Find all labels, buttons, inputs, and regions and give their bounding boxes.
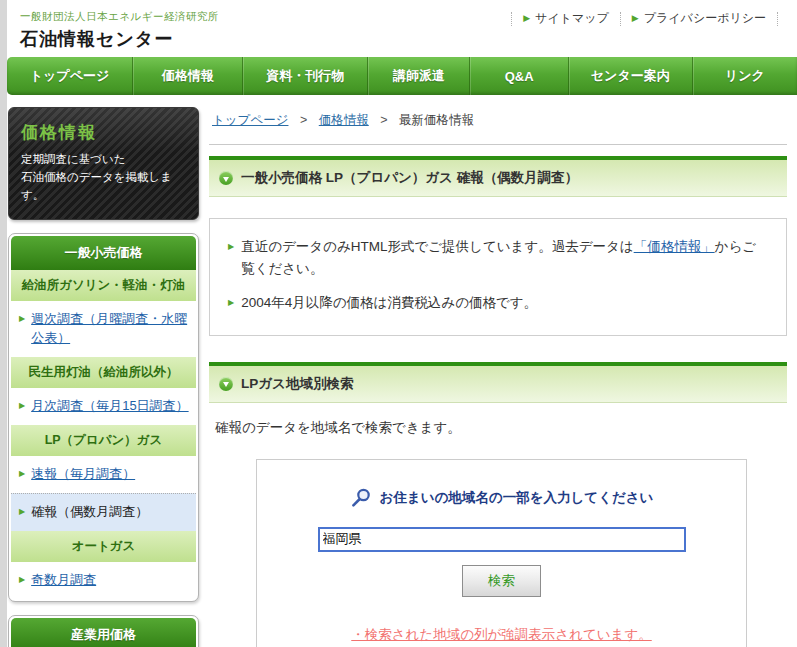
sidebar-item-weekly-survey[interactable]: ▶ 週次調査（月曜調査・水曜公表） bbox=[11, 301, 196, 357]
body-wrap: 価格情報 定期調査に基づいた 石油価格のデータを掲載します。 一般小売価格 給油… bbox=[7, 95, 797, 647]
notice-box: ▶ 直近のデータのみHTML形式でご提供しています。過去データは「価格情報」から… bbox=[209, 218, 787, 336]
sidebar-item-label: 確報（偶数月調査） bbox=[31, 503, 148, 522]
breadcrumb-current-page: 最新価格情報 bbox=[399, 113, 474, 127]
sidebar-item-label: 奇数月調査 bbox=[31, 571, 96, 590]
breadcrumb-top-page[interactable]: トップページ bbox=[212, 113, 288, 127]
search-highlight-note: ・検索された地域の列が強調表示されています。 bbox=[257, 626, 746, 644]
triangle-bullet-icon: ▶ bbox=[228, 243, 234, 279]
main-navigation: トップページ 価格情報 資料・刊行物 講師派遣 Q&A センター案内 リンク bbox=[7, 57, 797, 95]
search-button[interactable]: 検索 bbox=[462, 565, 541, 597]
notice-item: ▶ 2004年4月以降の価格は消費税込みの価格です。 bbox=[228, 292, 768, 314]
triangle-bullet-icon: ▶ bbox=[19, 576, 25, 584]
nav-item-top-page[interactable]: トップページ bbox=[7, 57, 133, 95]
utility-links: ▶ サイトマップ ▶ プライバシーポリシー bbox=[500, 10, 789, 27]
menu-title-retail: 一般小売価格 bbox=[11, 236, 196, 270]
breadcrumb-price-info[interactable]: 価格情報 bbox=[319, 113, 369, 127]
sidebar-item-odd-month-survey[interactable]: ▶ 奇数月調査 bbox=[11, 562, 196, 599]
nav-item-price-info[interactable]: 価格情報 bbox=[133, 57, 243, 95]
sidebar-menu-retail-prices: 一般小売価格 給油所ガソリン・軽油・灯油 ▶ 週次調査（月曜調査・水曜公表） 民… bbox=[8, 233, 199, 601]
region-search-input[interactable] bbox=[318, 527, 686, 552]
sidebar-menu-industrial-prices: 産業用価格 軽油 ▶ 月次調査 bbox=[8, 615, 199, 647]
triangle-bullet-icon: ▶ bbox=[19, 470, 25, 478]
subhead-station-fuels: 給油所ガソリン・軽油・灯油 bbox=[11, 270, 196, 301]
section-title: 一般小売価格 LP（プロパン）ガス 確報（偶数月調査） bbox=[241, 169, 578, 187]
banner-title: 価格情報 bbox=[21, 121, 186, 144]
nav-item-links[interactable]: リンク bbox=[693, 57, 797, 95]
banner-description: 定期調査に基づいた 石油価格のデータを掲載します。 bbox=[21, 151, 186, 204]
breadcrumb-separator: > bbox=[300, 113, 307, 127]
nav-item-center-guide[interactable]: センター案内 bbox=[569, 57, 693, 95]
dotted-divider bbox=[620, 12, 621, 26]
sidebar-item-label: 月次調査（毎月15日調査） bbox=[31, 397, 188, 416]
sidebar-item-confirmed-report-current[interactable]: ▶ 確報（偶数月調査） bbox=[11, 493, 196, 531]
notice-item: ▶ 直近のデータのみHTML形式でご提供しています。過去データは「価格情報」から… bbox=[228, 236, 768, 279]
sidebar-item-label: 速報（毎月調査） bbox=[31, 465, 135, 484]
section-header-region-search: LPガス地域別検索 bbox=[209, 362, 787, 403]
triangle-bullet-icon: ▶ bbox=[228, 299, 234, 314]
sitemap-link[interactable]: ▶ サイトマップ bbox=[523, 10, 609, 27]
sidebar: 価格情報 定期調査に基づいた 石油価格のデータを掲載します。 一般小売価格 給油… bbox=[8, 107, 199, 647]
section-bullet-icon bbox=[219, 377, 233, 391]
privacy-policy-link-label: プライバシーポリシー bbox=[644, 10, 766, 27]
notice-text: 直近のデータのみHTML形式でご提供しています。過去データは「価格情報」からご覧… bbox=[241, 236, 768, 279]
subhead-lp-gas: LP（プロパン）ガス bbox=[11, 425, 196, 456]
triangle-bullet-icon: ▶ bbox=[19, 315, 25, 323]
sidebar-item-label: 週次調査（月曜調査・水曜公表） bbox=[31, 310, 190, 348]
search-intro-text: 確報のデータを地域名で検索できます。 bbox=[215, 419, 787, 437]
section-header-general-retail: 一般小売価格 LP（プロパン）ガス 確報（偶数月調査） bbox=[209, 156, 787, 197]
nav-item-qa[interactable]: Q&A bbox=[470, 57, 568, 95]
menu-title-industrial: 産業用価格 bbox=[11, 618, 196, 647]
sidebar-item-flash-report[interactable]: ▶ 速報（毎月調査） bbox=[11, 456, 196, 493]
subhead-autogas: オートガス bbox=[11, 531, 196, 562]
subhead-household-kerosene: 民生用灯油（給油所以外） bbox=[11, 357, 196, 388]
page-viewport: 一般財団法人日本エネルギー経済研究所 石油情報センター ▶ サイトマップ ▶ プ… bbox=[0, 0, 797, 647]
nav-item-lecturer-dispatch[interactable]: 講師派遣 bbox=[368, 57, 470, 95]
privacy-policy-link[interactable]: ▶ プライバシーポリシー bbox=[632, 10, 766, 27]
arrow-right-icon: ▶ bbox=[523, 14, 530, 23]
dotted-divider bbox=[511, 12, 512, 26]
main-content: トップページ > 価格情報 > 最新価格情報 一般小売価格 LP（プロパン）ガス… bbox=[209, 95, 787, 647]
site-title: 石油情報センター bbox=[20, 27, 797, 51]
nav-item-publications[interactable]: 資料・刊行物 bbox=[243, 57, 368, 95]
breadcrumb-separator: > bbox=[380, 113, 387, 127]
search-prompt: お住まいの地域名の一部を入力してください bbox=[257, 487, 746, 509]
price-info-banner: 価格情報 定期調査に基づいた 石油価格のデータを掲載します。 bbox=[8, 107, 199, 220]
triangle-bullet-icon: ▶ bbox=[19, 402, 25, 410]
sidebar-item-monthly-survey-kerosene[interactable]: ▶ 月次調査（毎月15日調査） bbox=[11, 388, 196, 425]
region-search-panel: お住まいの地域名の一部を入力してください 検索 ・検索された地域の列が強調表示さ… bbox=[256, 459, 747, 647]
search-prompt-label: お住まいの地域名の一部を入力してください bbox=[380, 489, 654, 507]
arrow-right-icon: ▶ bbox=[632, 14, 639, 23]
notice-text: 2004年4月以降の価格は消費税込みの価格です。 bbox=[241, 292, 537, 314]
section-bullet-icon bbox=[219, 171, 233, 185]
dotted-divider bbox=[777, 12, 778, 26]
magnifier-icon bbox=[350, 487, 372, 509]
price-info-inline-link[interactable]: 「価格情報」 bbox=[634, 239, 715, 254]
section-title: LPガス地域別検索 bbox=[241, 375, 353, 393]
sitemap-link-label: サイトマップ bbox=[535, 10, 609, 27]
breadcrumb: トップページ > 価格情報 > 最新価格情報 bbox=[209, 109, 787, 145]
triangle-bullet-icon: ▶ bbox=[19, 508, 25, 516]
page: 一般財団法人日本エネルギー経済研究所 石油情報センター ▶ サイトマップ ▶ プ… bbox=[7, 0, 797, 647]
site-header: 一般財団法人日本エネルギー経済研究所 石油情報センター ▶ サイトマップ ▶ プ… bbox=[7, 0, 797, 57]
